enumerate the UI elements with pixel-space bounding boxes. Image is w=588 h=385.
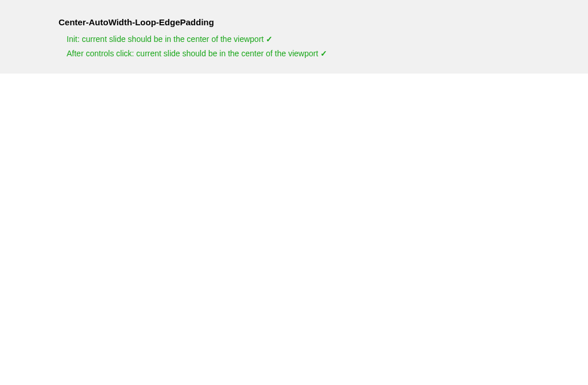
test-result-text: After controls click: current slide shou… (67, 49, 318, 58)
test-result-text: Init: current slide should be in the cen… (67, 34, 264, 44)
test-results-panel: Center-AutoWidth-Loop-EdgePadding Init: … (0, 0, 588, 74)
test-result-list: Init: current slide should be in the cen… (59, 33, 588, 60)
test-result-item: Init: current slide should be in the cen… (67, 33, 588, 45)
check-icon: ✓ (320, 49, 327, 58)
test-result-item: After controls click: current slide shou… (67, 47, 588, 60)
content-container: Center-AutoWidth-Loop-EdgePadding Init: … (59, 17, 588, 60)
test-suite-title: Center-AutoWidth-Loop-EdgePadding (59, 17, 588, 27)
check-icon: ✓ (266, 34, 273, 44)
